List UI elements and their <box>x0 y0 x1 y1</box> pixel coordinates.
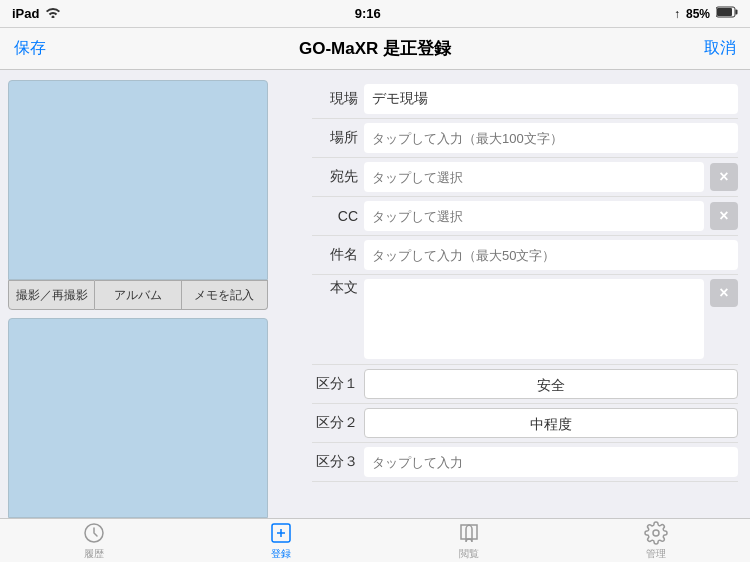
main-content: 撮影／再撮影 アルバム メモを記入 撮影／再撮影 アルバム メモを記入 現場場所… <box>0 70 750 518</box>
arrow-up-icon: ↑ <box>674 7 680 21</box>
field-label-location: 現場 <box>312 90 364 108</box>
time-display: 9:16 <box>355 6 381 21</box>
book-icon <box>457 521 481 545</box>
form-row-subject: 件名 <box>312 236 738 275</box>
cancel-button[interactable]: 取消 <box>704 38 736 59</box>
shoot-button-1[interactable]: 撮影／再撮影 <box>8 280 95 310</box>
field-label-cc: CC <box>312 208 364 224</box>
form-row-location: 現場 <box>312 80 738 119</box>
tab-label-book: 閲覧 <box>459 547 479 561</box>
tab-label-settings: 管理 <box>646 547 666 561</box>
photo-block-1: 撮影／再撮影 アルバム メモを記入 <box>8 80 292 310</box>
field-input-place[interactable] <box>364 123 738 153</box>
settings-icon <box>644 521 668 545</box>
clear-button-to[interactable]: × <box>710 163 738 191</box>
form-row-category3: 区分３ <box>312 443 738 482</box>
field-input-category3[interactable] <box>364 447 738 477</box>
field-label-category3: 区分３ <box>312 453 364 471</box>
battery-level: 85% <box>686 7 710 21</box>
page-title: GO-MaXR 是正登録 <box>299 37 451 60</box>
svg-rect-2 <box>717 8 732 16</box>
segment-btn-category1[interactable]: 安全 <box>364 369 738 399</box>
field-label-place: 場所 <box>312 129 364 147</box>
tab-label-history: 履歴 <box>84 547 104 561</box>
memo-button-1[interactable]: メモを記入 <box>182 280 268 310</box>
status-bar: iPad 9:16 ↑ 85% <box>0 0 750 28</box>
album-button-1[interactable]: アルバム <box>95 280 181 310</box>
status-left: iPad <box>12 6 61 21</box>
tab-item-history[interactable]: 履歴 <box>0 519 188 562</box>
form-row-body: 本文× <box>312 275 738 365</box>
nav-bar: 保存 GO-MaXR 是正登録 取消 <box>0 28 750 70</box>
tab-bar: 履歴登録閲覧管理 <box>0 518 750 562</box>
history-icon <box>82 521 106 545</box>
photo-block-2: 撮影／再撮影 アルバム メモを記入 <box>8 318 292 518</box>
field-label-to: 宛先 <box>312 168 364 186</box>
field-input-subject[interactable] <box>364 240 738 270</box>
wifi-icon <box>45 6 61 21</box>
photo-area-2[interactable] <box>8 318 268 518</box>
field-input-to[interactable] <box>364 162 704 192</box>
save-button[interactable]: 保存 <box>14 38 46 59</box>
status-right: ↑ 85% <box>674 6 738 21</box>
form-row-category2: 区分２中程度 <box>312 404 738 443</box>
clear-button-body[interactable]: × <box>710 279 738 307</box>
clear-button-cc[interactable]: × <box>710 202 738 230</box>
carrier-label: iPad <box>12 6 39 21</box>
svg-point-6 <box>653 530 659 536</box>
tab-item-register[interactable]: 登録 <box>188 519 376 562</box>
form-row-cc: CC× <box>312 197 738 236</box>
photo-buttons-1: 撮影／再撮影 アルバム メモを記入 <box>8 280 268 310</box>
segment-btn-category2[interactable]: 中程度 <box>364 408 738 438</box>
tab-item-settings[interactable]: 管理 <box>563 519 751 562</box>
field-label-subject: 件名 <box>312 246 364 264</box>
tab-item-book[interactable]: 閲覧 <box>375 519 563 562</box>
right-panel: 現場場所宛先×CC×件名本文×区分１安全区分２中程度区分３ <box>300 70 750 518</box>
left-panel: 撮影／再撮影 アルバム メモを記入 撮影／再撮影 アルバム メモを記入 <box>0 70 300 518</box>
form-row-category1: 区分１安全 <box>312 365 738 404</box>
form-row-place: 場所 <box>312 119 738 158</box>
field-input-cc[interactable] <box>364 201 704 231</box>
svg-rect-1 <box>736 10 738 15</box>
field-input-body[interactable] <box>364 279 704 359</box>
field-label-category2: 区分２ <box>312 414 364 432</box>
field-label-category1: 区分１ <box>312 375 364 393</box>
photo-area-1[interactable] <box>8 80 268 280</box>
tab-label-register: 登録 <box>271 547 291 561</box>
field-input-location[interactable] <box>364 84 738 114</box>
form-row-to: 宛先× <box>312 158 738 197</box>
battery-icon <box>716 6 738 21</box>
field-label-body: 本文 <box>312 279 364 297</box>
register-icon <box>269 521 293 545</box>
